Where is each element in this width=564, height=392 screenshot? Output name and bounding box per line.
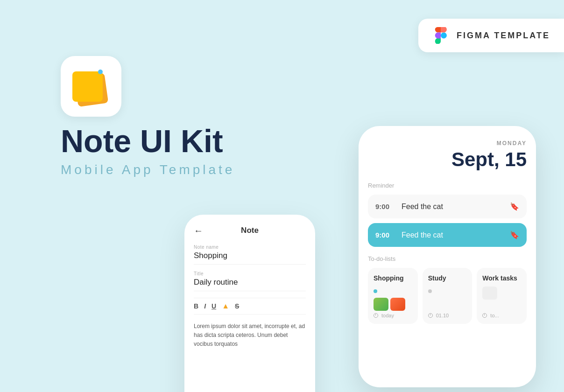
reminder-item-2[interactable]: 9:00 Feed the cat 🔖 [368,223,527,247]
clock-icon-shopping [374,313,378,318]
note-pin [98,70,103,74]
todo-footer-work: to... [482,313,499,318]
todo-card-title-shopping: Shopping [374,274,412,282]
hero-section: Note UI Kit Mobile App Template [61,124,235,177]
todo-date-work: to... [490,313,499,318]
back-button[interactable]: ← [194,225,203,236]
reminder-time-2: 9:00 [375,231,394,239]
bookmark-icon-2: 🔖 [510,231,519,239]
todo-card-title-work: Work tasks [482,274,521,282]
title-label: Title [194,271,306,276]
reminder-item-1[interactable]: 9:00 Feed the cat 🔖 [368,195,527,218]
title-value[interactable]: Daily routine [194,278,306,291]
todo-card-images [374,298,412,311]
note-screen-title: Note [241,226,259,235]
note-body[interactable]: Lorem ipsum dolor sit amet, incorrupte e… [194,322,306,349]
note-name-value[interactable]: Shopping [194,251,306,265]
reminder-text-2: Feed the cat [402,231,502,239]
strikethrough-button[interactable]: S [235,302,239,310]
italic-button[interactable]: I [204,302,206,310]
todo-card-study[interactable]: Study 01.10 [423,268,472,324]
reminder-label: Reminder [368,182,527,189]
app-icon [72,68,110,105]
todo-card-shopping[interactable]: Shopping today [368,268,418,324]
todo-label: To-do-lists [368,255,527,262]
todo-card-title-study: Study [428,274,467,282]
bold-button[interactable]: B [194,302,198,310]
food-img-2 [390,298,405,311]
clock-icon-work [482,313,487,318]
work-img-placeholder [482,287,497,300]
todo-date-study: 01.10 [436,313,449,318]
note-header: ← Note [194,226,306,235]
reminder-time-1: 9:00 [375,203,394,210]
phone-day: MONDAY [368,140,527,147]
todo-dot-shopping [374,289,377,293]
todo-card-work[interactable]: Work tasks to... [477,268,527,324]
note-name-label: Note name [194,245,306,250]
hero-subtitle: Mobile App Template [61,162,235,177]
highlight-button[interactable]: ▲ [222,302,229,310]
clock-icon-study [428,313,433,318]
phone-date: Sept, 15 [368,148,527,171]
food-img-1 [374,298,388,311]
phone-mockup-main: MONDAY Sept, 15 Reminder 9:00 Feed the c… [359,126,536,387]
underline-button[interactable]: U [212,302,216,310]
figma-logo [432,27,449,44]
formatting-toolbar: B I U ▲ S [194,298,306,315]
app-icon-container [61,56,121,117]
hero-title: Note UI Kit [61,124,235,159]
phone-mockup-note: ← Note Note name Shopping Title Daily ro… [184,215,315,392]
todo-date-shopping: today [381,313,394,318]
figma-badge: FIGMA TEMPLATE [418,19,564,52]
todo-cards: Shopping today Study 01.10 Work tasks [368,268,527,324]
todo-footer-study: 01.10 [428,313,449,318]
todo-dot-study [428,289,432,293]
bookmark-icon-1: 🔖 [510,202,519,211]
reminder-text-1: Feed the cat [402,203,502,211]
note-icon-front [72,71,103,102]
todo-footer-shopping: today [374,313,394,318]
figma-badge-text: FIGMA TEMPLATE [457,31,550,41]
